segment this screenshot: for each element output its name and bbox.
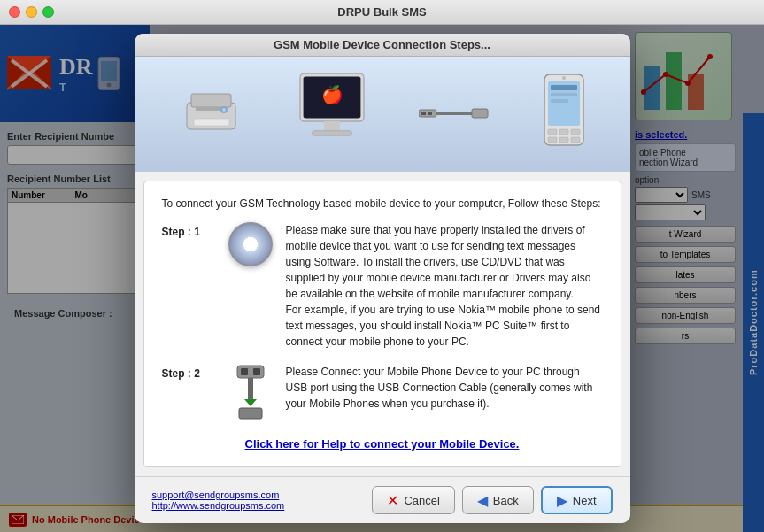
modal-header-images: 🍎	[135, 57, 630, 172]
modal-dialog: GSM Mobile Device Connection Steps...	[135, 34, 630, 524]
svg-rect-38	[548, 129, 557, 135]
back-button[interactable]: ◀ Back	[462, 486, 534, 514]
svg-rect-37	[551, 99, 568, 103]
modal-overlay: GSM Mobile Device Connection Steps...	[0, 25, 764, 532]
svg-rect-48	[248, 378, 253, 403]
svg-rect-18	[191, 94, 231, 107]
mobile-phone-device	[542, 74, 586, 153]
svg-rect-26	[324, 121, 340, 131]
app-background: DR T Enter Recipient Numbe Recipient Num…	[0, 25, 764, 532]
website-link[interactable]: http://www.sendgroupsms.com	[152, 500, 285, 511]
title-bar: DRPU Bulk SMS	[0, 0, 764, 25]
svg-rect-32	[428, 112, 432, 115]
usb-cable-device	[419, 100, 490, 127]
svg-rect-20	[194, 119, 229, 126]
support-email-link[interactable]: support@sendgroupsms.com	[152, 490, 285, 500]
modal-footer: support@sendgroupsms.com http://www.send…	[135, 476, 630, 523]
imac-icon: 🍎	[292, 73, 372, 153]
svg-rect-40	[571, 129, 580, 135]
help-link[interactable]: Click here for Help to connect your Mobi…	[245, 437, 520, 451]
step2-container: Step : 2	[162, 364, 603, 421]
modal-intro-text: To connect your GSM Technology based mob…	[162, 196, 603, 212]
svg-point-22	[222, 108, 226, 112]
cancel-button[interactable]: ✕ Cancel	[372, 486, 454, 514]
svg-rect-41	[548, 137, 557, 143]
step2-label: Step : 2	[162, 366, 224, 382]
svg-rect-30	[472, 109, 488, 118]
next-label: Next	[573, 494, 597, 507]
step1-label: Step : 1	[162, 224, 224, 240]
next-button[interactable]: ▶ Next	[541, 486, 613, 514]
cancel-icon: ✕	[387, 492, 398, 509]
usb-cable-icon	[419, 100, 490, 127]
app-window: DRPU Bulk SMS DR T	[0, 0, 764, 532]
svg-point-44	[562, 76, 566, 80]
mobile-icon	[542, 74, 586, 150]
svg-rect-50	[239, 408, 262, 419]
svg-rect-42	[559, 137, 568, 143]
cd-disc-icon	[228, 222, 273, 266]
back-label: Back	[493, 494, 519, 507]
usb-icon-svg	[228, 364, 273, 421]
svg-rect-47	[253, 368, 260, 375]
title-bar-buttons	[9, 6, 54, 18]
cancel-label: Cancel	[404, 494, 439, 507]
svg-rect-39	[559, 129, 568, 135]
printer-device	[178, 85, 244, 142]
step2-text: Please Connect your Mobile Phone Device …	[286, 364, 603, 412]
svg-text:🍎: 🍎	[320, 84, 343, 105]
printer-icon	[178, 85, 244, 138]
step1-container: Step : 1 Please make sure that you have …	[162, 222, 603, 350]
close-button[interactable]	[9, 6, 20, 18]
modal-title: GSM Mobile Device Connection Steps...	[274, 38, 490, 51]
footer-links: support@sendgroupsms.com http://www.send…	[152, 490, 285, 511]
svg-rect-35	[551, 85, 577, 90]
help-link-container: Click here for Help to connect your Mobi…	[162, 436, 603, 453]
footer-buttons: ✕ Cancel ◀ Back ▶ Next	[372, 486, 612, 514]
app-title: DRPU Bulk SMS	[337, 5, 426, 19]
svg-rect-27	[312, 131, 351, 135]
svg-rect-36	[551, 93, 577, 96]
svg-rect-46	[241, 368, 248, 375]
usb-connector-icon	[228, 364, 273, 421]
step1-icon	[224, 222, 277, 266]
back-icon: ◀	[477, 492, 488, 509]
step2-icon	[224, 364, 277, 421]
modal-body: To connect your GSM Technology based mob…	[143, 181, 621, 468]
svg-marker-49	[244, 399, 257, 406]
imac-device: 🍎	[297, 73, 367, 153]
modal-title-bar: GSM Mobile Device Connection Steps...	[135, 34, 630, 57]
step1-text: Please make sure that you have properly …	[286, 222, 603, 350]
maximize-button[interactable]	[42, 6, 54, 18]
minimize-button[interactable]	[26, 6, 37, 18]
svg-rect-31	[421, 112, 426, 115]
svg-rect-29	[436, 112, 472, 115]
next-icon: ▶	[557, 492, 567, 509]
svg-rect-43	[571, 137, 580, 143]
